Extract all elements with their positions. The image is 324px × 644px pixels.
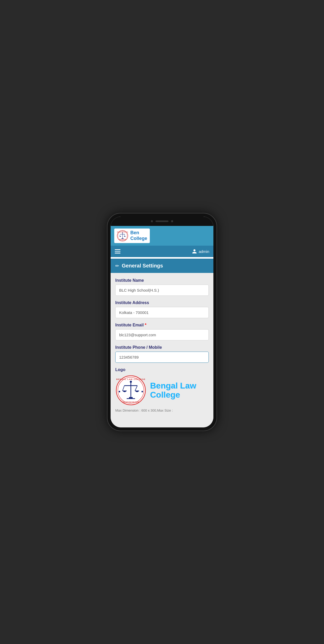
notch-speaker	[156, 220, 168, 222]
institute-address-group: Institute Address	[115, 300, 209, 318]
admin-area[interactable]: admin	[192, 249, 209, 254]
admin-person-icon	[192, 249, 197, 254]
navbar: admin	[111, 246, 213, 257]
section-title: General Settings	[122, 263, 163, 269]
institute-name-label: Institute Name	[115, 278, 209, 283]
notch-dot-left	[151, 220, 153, 222]
institute-phone-label: Institute Phone / Mobile	[115, 345, 209, 350]
phone-frame: BENGAL LAW COLLEGE SANTINIKETAN	[107, 213, 217, 431]
svg-point-18	[141, 391, 143, 392]
institute-email-input[interactable]	[115, 329, 209, 340]
screen-content: BENGAL LAW COLLEGE SANTINIKETAN	[111, 226, 213, 427]
notch-dot-right	[171, 220, 173, 222]
college-logo-icon: BENGAL LAW COLLEGE SANTINIKETAN	[117, 230, 128, 242]
college-name-line1: Bengal Law	[150, 381, 196, 390]
logo-display: BENGAL LAW COLLEGE SANTINIKETAN	[115, 375, 209, 406]
svg-text:BENGAL LAW COLLEGE: BENGAL LAW COLLEGE	[117, 232, 128, 233]
college-logo-circle: BENGAL LAW COLLEGE SANTINIKETAN	[115, 375, 146, 406]
institute-phone-input[interactable]	[115, 352, 209, 363]
logo-box: BENGAL LAW COLLEGE SANTINIKETAN	[114, 229, 150, 243]
hamburger-menu[interactable]	[115, 249, 120, 253]
max-dimension-text: Max Dimension : 600 x 300,Max Size :	[115, 408, 209, 412]
logo-label: Logo	[115, 367, 209, 372]
college-name-line2: College	[150, 390, 196, 399]
svg-text:SANTINIKETAN: SANTINIKETAN	[123, 401, 139, 403]
form-area: Institute Name Institute Address Institu…	[111, 273, 213, 427]
svg-point-12	[122, 233, 123, 233]
hamburger-line-2	[115, 251, 120, 252]
institute-phone-group: Institute Phone / Mobile	[115, 345, 209, 363]
svg-text:SANTINIKETAN: SANTINIKETAN	[119, 239, 126, 240]
institute-email-group: Institute Email *	[115, 323, 209, 340]
college-name-display: Bengal Law College	[150, 381, 196, 399]
section-header: ✏ General Settings	[111, 259, 213, 273]
institute-name-group: Institute Name	[115, 278, 209, 296]
institute-name-input[interactable]	[115, 285, 209, 296]
pencil-icon: ✏	[115, 263, 119, 269]
header-logo-area: BENGAL LAW COLLEGE SANTINIKETAN	[111, 226, 213, 246]
logo-section: Logo BENGAL LAW COLLEGE SANTINIKETAN	[115, 367, 209, 412]
institute-address-input[interactable]	[115, 307, 209, 318]
institute-email-label: Institute Email *	[115, 323, 209, 327]
svg-point-27	[130, 381, 132, 383]
logo-text-line1: Ben	[130, 230, 147, 236]
institute-address-label: Institute Address	[115, 300, 209, 305]
svg-point-17	[119, 391, 120, 392]
hamburger-line-3	[115, 253, 120, 253]
admin-label: admin	[199, 249, 209, 254]
notch	[144, 218, 180, 225]
phone-screen: BENGAL LAW COLLEGE SANTINIKETAN	[111, 217, 213, 427]
hamburger-line-1	[115, 249, 120, 250]
logo-text-line2: College	[130, 236, 147, 242]
svg-text:BENGAL LAW COLLEGE: BENGAL LAW COLLEGE	[116, 378, 146, 380]
required-asterisk: *	[145, 323, 146, 327]
notch-bar	[111, 217, 213, 226]
header-logo-text: Ben College	[130, 230, 147, 241]
